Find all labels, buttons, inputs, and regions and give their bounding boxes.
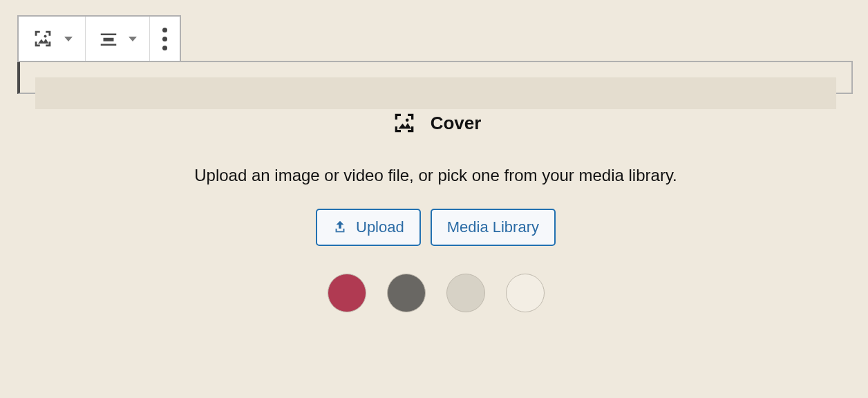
svg-rect-2: [104, 38, 114, 41]
cover-placeholder: Cover Upload an image or video file, or …: [35, 77, 836, 109]
chevron-down-icon: [129, 37, 137, 41]
media-library-button-label: Media Library: [447, 218, 539, 236]
more-options-button[interactable]: [150, 17, 180, 61]
upload-button[interactable]: Upload: [316, 209, 421, 246]
cover-block-wrapper: Cover Upload an image or video file, or …: [17, 61, 853, 94]
svg-point-0: [44, 35, 47, 37]
svg-rect-5: [336, 229, 337, 231]
color-swatch-crimson[interactable]: [328, 274, 366, 312]
upload-icon: [332, 220, 348, 235]
placeholder-header: Cover: [390, 109, 482, 137]
color-swatch-charcoal[interactable]: [387, 274, 426, 312]
color-swatch-ivory[interactable]: [506, 274, 545, 312]
svg-rect-6: [343, 229, 345, 231]
placeholder-actions: Upload Media Library: [316, 209, 556, 246]
block-toolbar: [17, 15, 181, 62]
cover-image-icon: [390, 109, 418, 137]
more-vertical-icon: [162, 28, 167, 50]
chevron-down-icon: [64, 37, 73, 41]
media-library-button[interactable]: Media Library: [431, 209, 556, 246]
svg-rect-3: [101, 44, 117, 46]
alignment-control[interactable]: [86, 17, 150, 61]
svg-point-4: [405, 119, 408, 122]
svg-rect-1: [101, 34, 117, 36]
cover-image-icon: [31, 27, 55, 50]
block-type-switcher[interactable]: [19, 17, 86, 61]
color-swatch-pale-stone[interactable]: [446, 274, 485, 312]
align-center-icon: [98, 28, 119, 49]
placeholder-description: Upload an image or video file, or pick o…: [194, 166, 677, 185]
color-swatch-row: [328, 274, 545, 312]
upload-button-label: Upload: [356, 218, 404, 236]
placeholder-title: Cover: [431, 113, 482, 134]
